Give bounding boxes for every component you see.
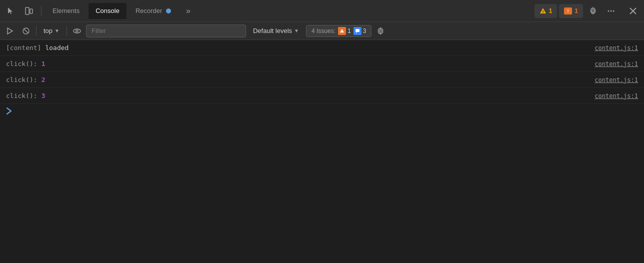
more-tabs-icon: » xyxy=(186,6,190,16)
log-link-1[interactable]: content.js:1 xyxy=(594,60,638,68)
close-btn[interactable] xyxy=(625,3,641,19)
device-icon xyxy=(24,6,34,16)
log-text-0: loaded xyxy=(45,44,68,52)
svg-point-7 xyxy=(608,10,610,12)
svg-marker-12 xyxy=(8,28,12,34)
clear-btn[interactable] xyxy=(19,24,33,38)
filter-input[interactable] xyxy=(86,24,246,38)
log-value-2: 2 xyxy=(42,76,46,84)
more-tabs-btn[interactable]: » xyxy=(180,3,196,19)
live-expressions-btn[interactable] xyxy=(70,24,84,38)
svg-line-14 xyxy=(24,28,28,33)
log-value-3: 3 xyxy=(42,92,46,100)
log-row-left: click(): 1 xyxy=(6,60,45,68)
orange-issue-count: 1 xyxy=(348,28,351,34)
warning-badge-btn[interactable]: ! 1 xyxy=(534,4,558,18)
context-label: top xyxy=(44,27,52,34)
levels-chevron-icon: ▼ xyxy=(294,28,299,34)
toolbar-divider-2 xyxy=(66,26,67,36)
toolbar-divider-1 xyxy=(36,26,36,36)
log-link-0[interactable]: content.js:1 xyxy=(594,44,638,52)
prompt-row[interactable] xyxy=(0,104,644,120)
svg-point-6 xyxy=(592,10,594,12)
cursor-icon-btn[interactable] xyxy=(3,3,19,19)
three-dots-icon xyxy=(606,6,616,16)
chevron-down-icon: ▼ xyxy=(54,28,60,34)
log-link-3[interactable]: content.js:1 xyxy=(594,92,638,100)
device-toolbar-btn[interactable] xyxy=(21,3,37,19)
warning-count: 1 xyxy=(549,8,552,14)
svg-rect-1 xyxy=(30,9,32,14)
error-badge-btn[interactable]: ! 1 xyxy=(559,4,583,18)
recorder-dot-icon xyxy=(166,8,171,14)
log-levels-label: Default levels xyxy=(253,27,292,34)
log-row: click(): 1 content.js:1 xyxy=(0,56,644,72)
tab-recorder-label: Recorder xyxy=(136,7,162,14)
console-content: [content] loaded content.js:1 click(): 1… xyxy=(0,40,644,263)
log-link-2[interactable]: content.js:1 xyxy=(594,76,638,84)
warning-triangle-icon: ! xyxy=(540,8,546,14)
issues-btn[interactable]: 4 Issues: ! 1 3 xyxy=(306,25,372,37)
console-settings-btn[interactable] xyxy=(374,24,388,38)
svg-point-21 xyxy=(380,30,382,32)
log-prefix-2: click(): xyxy=(6,76,38,84)
issues-orange-group: ! 1 xyxy=(338,27,351,35)
gear-icon xyxy=(588,6,598,16)
tab-bar-left: Elements Console Recorder » xyxy=(3,3,534,19)
svg-text:!: ! xyxy=(568,8,569,13)
play-icon xyxy=(6,27,14,35)
log-prefix-3: click(): xyxy=(6,92,38,100)
svg-text:!: ! xyxy=(542,10,544,14)
svg-marker-20 xyxy=(356,32,357,33)
log-row-left: click(): 3 xyxy=(6,92,45,100)
log-row-left: [content] loaded xyxy=(6,44,68,52)
log-row: [content] loaded content.js:1 xyxy=(0,40,644,56)
svg-point-16 xyxy=(76,30,78,32)
tab-bar: Elements Console Recorder » ! 1 ! xyxy=(0,0,644,22)
execute-btn[interactable] xyxy=(3,24,17,38)
error-count: 1 xyxy=(574,8,578,14)
svg-point-9 xyxy=(613,10,614,12)
tab-bar-divider xyxy=(41,6,42,16)
svg-point-15 xyxy=(74,29,80,33)
tab-elements[interactable]: Elements xyxy=(46,3,86,19)
svg-rect-0 xyxy=(26,8,29,14)
prompt-icon xyxy=(6,107,12,117)
tab-console[interactable]: Console xyxy=(88,3,126,19)
more-options-btn[interactable] xyxy=(603,3,619,19)
log-row: click(): 2 content.js:1 xyxy=(0,72,644,88)
settings-btn[interactable] xyxy=(585,3,601,19)
console-input[interactable] xyxy=(15,108,638,116)
console-toolbar: top ▼ Default levels ▼ 4 Issues: ! 1 xyxy=(0,22,644,40)
blue-issue-count: 3 xyxy=(363,28,366,34)
log-prefix-1: click(): xyxy=(6,60,38,68)
blue-badge-icon xyxy=(354,27,362,35)
tab-bar-right: ! 1 ! 1 xyxy=(534,3,641,19)
svg-rect-19 xyxy=(356,29,360,32)
svg-point-8 xyxy=(610,10,612,12)
issues-count-label: 4 Issues: xyxy=(312,28,336,34)
console-gear-icon xyxy=(376,27,384,35)
message-icon: ! xyxy=(564,8,572,14)
chevron-right-icon xyxy=(6,107,12,115)
orange-badge-icon: ! xyxy=(338,27,346,35)
log-prefix-0: [content] xyxy=(6,44,41,52)
log-levels-btn[interactable]: Default levels ▼ xyxy=(248,26,304,36)
issues-blue-group: 3 xyxy=(354,27,366,35)
eye-icon xyxy=(73,27,81,35)
context-selector[interactable]: top ▼ xyxy=(40,26,64,36)
log-row: click(): 3 content.js:1 xyxy=(0,88,644,104)
error-msg-icon: ! xyxy=(564,8,572,14)
tab-recorder[interactable]: Recorder xyxy=(128,3,178,19)
log-row-left: click(): 2 xyxy=(6,76,45,84)
log-value-1: 1 xyxy=(42,60,46,68)
block-icon xyxy=(22,27,30,35)
issue-warn-icon: ! xyxy=(340,28,344,33)
chat-icon xyxy=(355,28,360,34)
close-icon xyxy=(630,8,636,14)
cursor-icon xyxy=(6,6,16,16)
